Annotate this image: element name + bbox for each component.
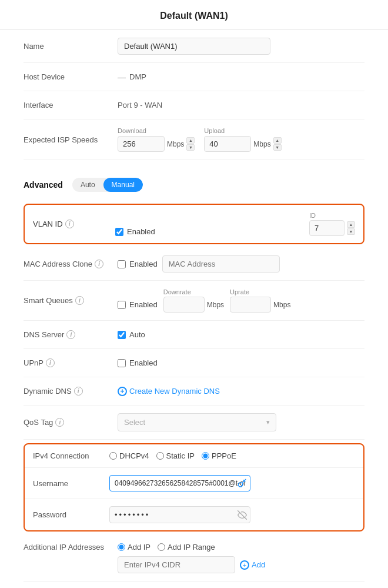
download-down-arrow[interactable]: ▼ (186, 144, 195, 151)
isp-speeds-label: Expected ISP Speeds (24, 135, 98, 144)
eye-off-icon (238, 510, 247, 520)
vlan-id-sublabel: ID (309, 212, 355, 219)
add-ip-radio[interactable] (118, 543, 125, 551)
upload-up-arrow[interactable]: ▲ (273, 137, 282, 144)
advanced-title: Advanced (24, 180, 63, 190)
page-title: Default (WAN1) (0, 11, 388, 21)
upload-spinner[interactable]: ▲ ▼ (273, 137, 282, 151)
uprate-input[interactable] (230, 297, 271, 313)
dhcpv4-radio-label[interactable]: DHCPv4 (109, 451, 149, 460)
pppoe-label: PPPoE (212, 451, 236, 460)
qos-tag-dropdown[interactable]: Select ▾ (118, 413, 276, 431)
chevron-down-icon: ▾ (266, 418, 270, 426)
key-icon (238, 479, 247, 488)
smart-queues-info-icon[interactable]: i (75, 296, 84, 305)
vlan-id-info-icon[interactable]: i (65, 220, 74, 228)
downrate-unit: Mbps (207, 301, 224, 309)
username-key-button[interactable] (238, 479, 247, 488)
mac-address-input[interactable] (162, 255, 280, 273)
mac-clone-info-icon[interactable]: i (95, 260, 103, 268)
add-ip-range-radio-label[interactable]: Add IP Range (158, 543, 215, 552)
static-ip-radio-label[interactable]: Static IP (156, 451, 195, 460)
download-input[interactable] (118, 136, 165, 152)
dns-server-label: DNS Server (24, 330, 64, 339)
smart-queues-checkbox[interactable] (118, 301, 126, 309)
add-ip-label: Add IP (128, 543, 150, 552)
ipv4-section: IPv4 Connection DHCPv4 Static IP (24, 443, 364, 531)
downrate-input[interactable] (163, 297, 205, 313)
username-input[interactable] (109, 475, 250, 491)
dynamic-dns-label: Dynamic DNS (24, 387, 72, 396)
add-ip-range-radio[interactable] (158, 543, 165, 551)
dhcpv4-label: DHCPv4 (119, 451, 149, 460)
password-toggle-button[interactable] (238, 510, 247, 520)
vlan-id-input[interactable] (309, 220, 344, 236)
additional-ip-label: Additional IP Addresses (24, 543, 104, 552)
dynamic-dns-info-icon[interactable]: i (74, 387, 83, 396)
create-dynamic-dns-link[interactable]: + Create New Dynamic DNS (118, 387, 220, 396)
svg-point-0 (238, 483, 242, 487)
interface-label: Interface (24, 101, 53, 109)
vlan-up-arrow[interactable]: ▲ (347, 221, 355, 228)
host-device-label: Host Device (24, 72, 65, 81)
name-label: Name (24, 42, 44, 51)
download-spinner[interactable]: ▲ ▼ (186, 137, 195, 151)
upnp-checkbox[interactable] (118, 359, 126, 367)
add-circle-icon: + (240, 560, 249, 570)
ipv4-radio-group: DHCPv4 Static IP PPPoE (109, 451, 236, 460)
smart-queues-checkbox-label[interactable]: Enabled (118, 300, 158, 309)
pppoe-radio[interactable] (202, 452, 209, 460)
vlan-enabled-checkbox[interactable] (115, 228, 123, 236)
username-label: Username (33, 479, 68, 488)
upload-label: Upload (204, 127, 281, 134)
upnp-checkbox-label[interactable]: Enabled (118, 358, 158, 367)
dns-auto-checkbox[interactable] (118, 331, 126, 339)
uprate-label: Uprate (230, 288, 290, 295)
mac-clone-label: MAC Address Clone (24, 260, 92, 268)
download-up-arrow[interactable]: ▲ (186, 137, 195, 144)
mac-clone-checkbox[interactable] (118, 260, 126, 268)
static-ip-radio[interactable] (156, 452, 164, 460)
qos-tag-placeholder: Select (124, 418, 145, 427)
vlan-id-label: VLAN ID (33, 220, 63, 228)
uprate-unit: Mbps (273, 301, 290, 309)
dns-auto-label: Auto (129, 330, 145, 339)
interface-value: Port 9 - WAN (118, 101, 162, 109)
download-unit: Mbps (167, 140, 184, 148)
vlan-down-arrow[interactable]: ▼ (347, 228, 355, 235)
device-icon: — (118, 72, 126, 82)
vlan-id-spinner[interactable]: ▲ ▼ (347, 221, 355, 235)
add-ip-range-label: Add IP Range (168, 543, 215, 552)
cidr-input[interactable] (118, 556, 235, 573)
dhcpv4-radio[interactable] (109, 452, 117, 460)
pppoe-radio-label[interactable]: PPPoE (202, 451, 236, 460)
qos-tag-label: QoS Tag (24, 418, 53, 427)
mac-clone-checkbox-label[interactable]: Enabled (118, 260, 158, 268)
vlan-enabled-label: Enabled (127, 227, 155, 236)
advanced-toggle-group: Auto Manual (72, 178, 143, 192)
ipv4-connection-label: IPv4 Connection (33, 451, 89, 460)
manual-toggle-btn[interactable]: Manual (103, 178, 143, 192)
smart-queues-label: Smart Queues (24, 296, 73, 305)
host-device-value: — DMP (118, 72, 146, 82)
name-input[interactable] (118, 38, 270, 55)
upnp-enabled-label: Enabled (129, 358, 158, 367)
upload-down-arrow[interactable]: ▼ (273, 144, 282, 151)
dns-server-info-icon[interactable]: i (66, 330, 75, 339)
upload-input[interactable] (204, 136, 251, 152)
password-label: Password (33, 510, 66, 519)
password-input[interactable] (109, 506, 250, 523)
upload-unit: Mbps (253, 140, 270, 148)
smart-queues-enabled-label: Enabled (129, 300, 158, 309)
vlan-enabled-checkbox-label[interactable]: Enabled (115, 227, 155, 236)
additional-ip-radio-group: Add IP Add IP Range (118, 543, 215, 552)
add-ip-radio-label[interactable]: Add IP (118, 543, 150, 552)
download-label: Download (118, 127, 195, 134)
vlan-id-section: VLAN ID i Enabled ID ▲ ▼ (24, 204, 364, 244)
qos-tag-info-icon[interactable]: i (55, 418, 64, 427)
add-cidr-button[interactable]: + Add (240, 560, 265, 570)
auto-toggle-btn[interactable]: Auto (72, 178, 103, 192)
downrate-label: Downrate (163, 288, 224, 295)
upnp-info-icon[interactable]: i (46, 358, 55, 367)
dns-auto-checkbox-label[interactable]: Auto (118, 330, 145, 339)
